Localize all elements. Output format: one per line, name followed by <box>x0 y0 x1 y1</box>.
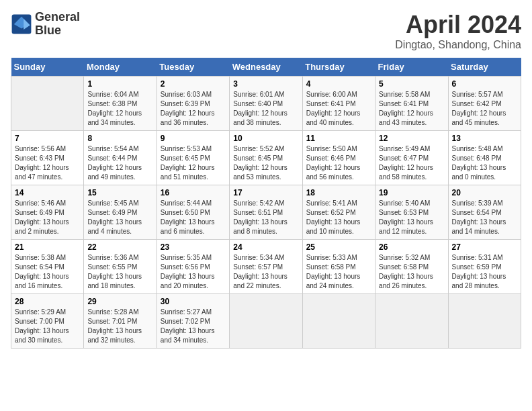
day-info: Sunrise: 5:38 AM Sunset: 6:54 PM Dayligh… <box>15 253 80 291</box>
calendar-cell <box>302 294 375 349</box>
day-number: 15 <box>87 188 152 197</box>
day-info: Sunrise: 5:42 AM Sunset: 6:51 PM Dayligh… <box>233 199 298 236</box>
subtitle: Dingtao, Shandong, China <box>395 39 521 51</box>
calendar-cell <box>375 294 448 349</box>
calendar-week-row: 1Sunrise: 6:04 AM Sunset: 6:38 PM Daylig… <box>11 77 521 131</box>
day-info: Sunrise: 5:45 AM Sunset: 6:49 PM Dayligh… <box>87 199 152 236</box>
header-day: Tuesday <box>157 58 229 77</box>
calendar-cell: 6Sunrise: 5:57 AM Sunset: 6:42 PM Daylig… <box>448 77 521 131</box>
calendar-cell <box>230 294 302 349</box>
day-number: 24 <box>233 242 298 252</box>
day-number: 16 <box>161 188 226 197</box>
day-info: Sunrise: 5:36 AM Sunset: 6:55 PM Dayligh… <box>87 253 152 291</box>
day-number: 11 <box>306 134 371 143</box>
day-number: 9 <box>161 134 226 143</box>
day-number: 22 <box>87 242 152 252</box>
calendar-cell: 28Sunrise: 5:29 AM Sunset: 7:00 PM Dayli… <box>11 294 84 349</box>
title-area: April 2024 Dingtao, Shandong, China <box>395 11 521 51</box>
calendar-cell: 22Sunrise: 5:36 AM Sunset: 6:55 PM Dayli… <box>84 240 157 294</box>
header-day: Monday <box>84 58 157 77</box>
day-info: Sunrise: 5:53 AM Sunset: 6:45 PM Dayligh… <box>161 144 226 182</box>
day-number: 8 <box>87 134 152 143</box>
calendar-cell: 14Sunrise: 5:46 AM Sunset: 6:49 PM Dayli… <box>11 185 84 240</box>
day-number: 3 <box>233 79 298 89</box>
day-info: Sunrise: 5:39 AM Sunset: 6:54 PM Dayligh… <box>452 199 517 236</box>
day-number: 4 <box>306 79 371 89</box>
header: General Blue April 2024 Dingtao, Shandon… <box>11 11 521 51</box>
calendar-cell: 10Sunrise: 5:52 AM Sunset: 6:45 PM Dayli… <box>230 131 302 185</box>
calendar-cell <box>448 294 521 349</box>
day-number: 1 <box>87 79 152 89</box>
day-info: Sunrise: 6:01 AM Sunset: 6:40 PM Dayligh… <box>233 90 298 128</box>
calendar-cell: 13Sunrise: 5:48 AM Sunset: 6:48 PM Dayli… <box>448 131 521 185</box>
day-info: Sunrise: 5:58 AM Sunset: 6:41 PM Dayligh… <box>379 90 444 128</box>
header-day: Wednesday <box>230 58 302 77</box>
calendar-cell: 16Sunrise: 5:44 AM Sunset: 6:50 PM Dayli… <box>157 185 229 240</box>
calendar-cell: 7Sunrise: 5:56 AM Sunset: 6:43 PM Daylig… <box>11 131 84 185</box>
day-info: Sunrise: 5:29 AM Sunset: 7:00 PM Dayligh… <box>15 308 80 345</box>
day-number: 14 <box>15 188 80 197</box>
logo-line1: General <box>35 11 80 24</box>
day-number: 12 <box>379 134 444 143</box>
calendar-cell: 27Sunrise: 5:31 AM Sunset: 6:59 PM Dayli… <box>448 240 521 294</box>
day-info: Sunrise: 5:48 AM Sunset: 6:48 PM Dayligh… <box>452 144 517 182</box>
calendar-week-row: 7Sunrise: 5:56 AM Sunset: 6:43 PM Daylig… <box>11 131 521 185</box>
day-info: Sunrise: 5:56 AM Sunset: 6:43 PM Dayligh… <box>15 144 80 182</box>
calendar-cell: 17Sunrise: 5:42 AM Sunset: 6:51 PM Dayli… <box>230 185 302 240</box>
day-number: 17 <box>233 188 298 197</box>
day-number: 29 <box>87 297 152 306</box>
calendar-cell: 2Sunrise: 6:03 AM Sunset: 6:39 PM Daylig… <box>157 77 229 131</box>
main-title: April 2024 <box>395 11 521 39</box>
day-info: Sunrise: 5:34 AM Sunset: 6:57 PM Dayligh… <box>233 253 298 291</box>
day-info: Sunrise: 5:32 AM Sunset: 6:58 PM Dayligh… <box>379 253 444 291</box>
calendar-cell: 4Sunrise: 6:00 AM Sunset: 6:41 PM Daylig… <box>302 77 375 131</box>
logo-icon <box>11 13 32 35</box>
calendar-week-row: 14Sunrise: 5:46 AM Sunset: 6:49 PM Dayli… <box>11 185 521 240</box>
calendar-cell: 5Sunrise: 5:58 AM Sunset: 6:41 PM Daylig… <box>375 77 448 131</box>
day-info: Sunrise: 5:49 AM Sunset: 6:47 PM Dayligh… <box>379 144 444 182</box>
day-info: Sunrise: 5:46 AM Sunset: 6:49 PM Dayligh… <box>15 199 80 236</box>
calendar-week-row: 28Sunrise: 5:29 AM Sunset: 7:00 PM Dayli… <box>11 294 521 349</box>
day-info: Sunrise: 6:00 AM Sunset: 6:41 PM Dayligh… <box>306 90 371 128</box>
day-number: 23 <box>161 242 226 252</box>
day-number: 13 <box>452 134 517 143</box>
day-number: 26 <box>379 242 444 252</box>
day-number: 5 <box>379 79 444 89</box>
day-number: 18 <box>306 188 371 197</box>
calendar-cell: 24Sunrise: 5:34 AM Sunset: 6:57 PM Dayli… <box>230 240 302 294</box>
day-number: 10 <box>233 134 298 143</box>
logo-text: General Blue <box>35 11 80 38</box>
day-info: Sunrise: 5:27 AM Sunset: 7:02 PM Dayligh… <box>161 308 226 345</box>
calendar-cell: 26Sunrise: 5:32 AM Sunset: 6:58 PM Dayli… <box>375 240 448 294</box>
day-info: Sunrise: 5:31 AM Sunset: 6:59 PM Dayligh… <box>452 253 517 291</box>
day-info: Sunrise: 5:52 AM Sunset: 6:45 PM Dayligh… <box>233 144 298 182</box>
day-number: 2 <box>161 79 226 89</box>
day-info: Sunrise: 5:40 AM Sunset: 6:53 PM Dayligh… <box>379 199 444 236</box>
header-row: SundayMondayTuesdayWednesdayThursdayFrid… <box>11 58 521 77</box>
calendar-table: SundayMondayTuesdayWednesdayThursdayFrid… <box>11 58 521 349</box>
day-info: Sunrise: 5:35 AM Sunset: 6:56 PM Dayligh… <box>161 253 226 291</box>
calendar-cell: 25Sunrise: 5:33 AM Sunset: 6:58 PM Dayli… <box>302 240 375 294</box>
day-number: 27 <box>452 242 517 252</box>
logo-line2: Blue <box>35 24 80 38</box>
calendar-cell: 19Sunrise: 5:40 AM Sunset: 6:53 PM Dayli… <box>375 185 448 240</box>
calendar-cell: 11Sunrise: 5:50 AM Sunset: 6:46 PM Dayli… <box>302 131 375 185</box>
calendar-cell: 21Sunrise: 5:38 AM Sunset: 6:54 PM Dayli… <box>11 240 84 294</box>
day-number: 25 <box>306 242 371 252</box>
day-number: 21 <box>15 242 80 252</box>
calendar-cell: 8Sunrise: 5:54 AM Sunset: 6:44 PM Daylig… <box>84 131 157 185</box>
day-info: Sunrise: 6:04 AM Sunset: 6:38 PM Dayligh… <box>87 90 152 128</box>
day-number: 19 <box>379 188 444 197</box>
logo: General Blue <box>11 11 80 38</box>
day-info: Sunrise: 5:54 AM Sunset: 6:44 PM Dayligh… <box>87 144 152 182</box>
calendar-cell: 9Sunrise: 5:53 AM Sunset: 6:45 PM Daylig… <box>157 131 229 185</box>
day-info: Sunrise: 6:03 AM Sunset: 6:39 PM Dayligh… <box>161 90 226 128</box>
calendar-cell: 3Sunrise: 6:01 AM Sunset: 6:40 PM Daylig… <box>230 77 302 131</box>
calendar-cell: 23Sunrise: 5:35 AM Sunset: 6:56 PM Dayli… <box>157 240 229 294</box>
header-day: Thursday <box>302 58 375 77</box>
day-info: Sunrise: 5:41 AM Sunset: 6:52 PM Dayligh… <box>306 199 371 236</box>
calendar-cell: 20Sunrise: 5:39 AM Sunset: 6:54 PM Dayli… <box>448 185 521 240</box>
calendar-cell: 30Sunrise: 5:27 AM Sunset: 7:02 PM Dayli… <box>157 294 229 349</box>
day-number: 28 <box>15 297 80 306</box>
header-day: Sunday <box>11 58 84 77</box>
